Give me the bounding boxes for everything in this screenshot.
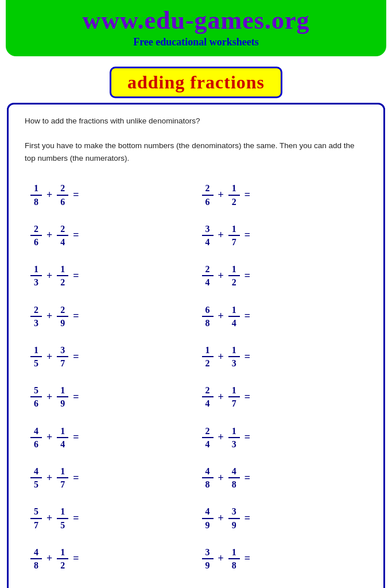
fraction-1: 1 2 bbox=[202, 345, 214, 369]
plus-sign: + bbox=[46, 229, 52, 241]
problem-9-0: 4 8 + 1 2 = bbox=[25, 539, 196, 579]
site-title: www.edu-games.org bbox=[17, 6, 375, 35]
fraction-2: 2 6 bbox=[57, 183, 68, 207]
equals-sign: = bbox=[244, 189, 250, 201]
problem-0-0: 1 8 + 2 6 = bbox=[25, 175, 196, 215]
fraction-1: 4 8 bbox=[30, 547, 42, 571]
fraction-1: 5 7 bbox=[30, 506, 42, 530]
equals-sign: = bbox=[73, 270, 79, 282]
fraction-2: 4 8 bbox=[228, 466, 240, 490]
problem-8-0: 5 7 + 1 5 = bbox=[25, 498, 196, 538]
fraction-1: 6 8 bbox=[202, 304, 214, 328]
fraction-2: 3 7 bbox=[57, 345, 68, 369]
worksheet-title: adding fractions bbox=[110, 67, 282, 98]
fraction-1: 4 6 bbox=[30, 425, 42, 450]
problem-6-1: 2 4 + 1 3 = bbox=[196, 417, 368, 458]
equals-sign: = bbox=[244, 310, 250, 322]
problem-5-0: 5 6 + 1 9 = bbox=[25, 377, 196, 417]
fraction-2: 1 9 bbox=[57, 385, 68, 409]
problem-6-0: 4 6 + 1 4 = bbox=[25, 417, 196, 458]
fraction-1: 1 3 bbox=[30, 264, 42, 288]
equals-sign: = bbox=[73, 512, 79, 524]
fraction-2: 1 3 bbox=[228, 345, 240, 369]
fraction-1: 3 4 bbox=[202, 223, 214, 247]
plus-sign: + bbox=[218, 229, 224, 241]
fraction-2: 1 7 bbox=[228, 385, 240, 409]
plus-sign: + bbox=[218, 391, 224, 403]
fraction-1: 3 9 bbox=[202, 547, 214, 571]
fraction-1: 4 9 bbox=[202, 506, 214, 530]
fraction-2: 1 4 bbox=[228, 304, 240, 328]
problems-grid: 1 8 + 2 6 = 2 6 + 1 2 = 2 6 bbox=[25, 175, 367, 579]
plus-sign: + bbox=[46, 270, 52, 282]
problem-1-0: 2 6 + 2 4 = bbox=[25, 215, 196, 256]
problem-4-1: 1 2 + 1 3 = bbox=[196, 336, 368, 377]
site-subtitle: Free educational worksheets bbox=[17, 36, 375, 48]
fraction-1: 2 6 bbox=[30, 223, 42, 247]
equals-sign: = bbox=[244, 512, 250, 524]
problem-3-1: 6 8 + 1 4 = bbox=[196, 296, 368, 336]
fraction-1: 2 4 bbox=[202, 425, 214, 450]
fraction-1: 2 4 bbox=[202, 264, 214, 288]
plus-sign: + bbox=[218, 552, 224, 564]
equals-sign: = bbox=[73, 351, 79, 363]
equals-sign: = bbox=[244, 391, 250, 403]
fraction-2: 1 2 bbox=[228, 264, 240, 288]
fraction-2: 1 2 bbox=[228, 183, 240, 207]
fraction-1: 1 8 bbox=[30, 183, 42, 207]
fraction-2: 2 4 bbox=[57, 223, 68, 247]
equals-sign: = bbox=[244, 431, 250, 443]
fraction-1: 2 6 bbox=[202, 183, 214, 207]
fraction-2: 1 8 bbox=[228, 547, 240, 571]
equals-sign: = bbox=[73, 472, 79, 484]
fraction-2: 1 7 bbox=[228, 223, 240, 247]
worksheet-area: How to add the fractions with unlike den… bbox=[7, 103, 385, 588]
instruction-line1: How to add the fractions with unlike den… bbox=[25, 115, 367, 127]
plus-sign: + bbox=[46, 512, 52, 524]
problem-2-1: 2 4 + 1 2 = bbox=[196, 256, 368, 296]
plus-sign: + bbox=[218, 310, 224, 322]
fraction-2: 1 5 bbox=[57, 506, 68, 530]
plus-sign: + bbox=[218, 270, 224, 282]
fraction-1: 2 4 bbox=[202, 385, 214, 409]
problem-7-1: 4 8 + 4 8 = bbox=[196, 458, 368, 498]
equals-sign: = bbox=[73, 552, 79, 564]
problem-0-1: 2 6 + 1 2 = bbox=[196, 175, 368, 215]
plus-sign: + bbox=[46, 391, 52, 403]
problem-1-1: 3 4 + 1 7 = bbox=[196, 215, 368, 256]
fraction-2: 1 3 bbox=[228, 425, 240, 450]
fraction-2: 3 9 bbox=[228, 506, 240, 530]
title-badge-wrapper: adding fractions bbox=[0, 67, 392, 98]
equals-sign: = bbox=[73, 229, 79, 241]
problem-2-0: 1 3 + 1 2 = bbox=[25, 256, 196, 296]
plus-sign: + bbox=[218, 189, 224, 201]
fraction-2: 1 4 bbox=[57, 425, 68, 450]
problem-9-1: 3 9 + 1 8 = bbox=[196, 539, 368, 579]
plus-sign: + bbox=[218, 472, 224, 484]
fraction-2: 1 7 bbox=[57, 466, 68, 490]
fraction-1: 5 6 bbox=[30, 385, 42, 409]
equals-sign: = bbox=[73, 431, 79, 443]
equals-sign: = bbox=[73, 310, 79, 322]
site-header: www.edu-games.org Free educational works… bbox=[6, 0, 386, 56]
plus-sign: + bbox=[46, 552, 52, 564]
plus-sign: + bbox=[46, 189, 52, 201]
problem-3-0: 2 3 + 2 9 = bbox=[25, 296, 196, 336]
fraction-2: 2 9 bbox=[57, 304, 68, 328]
fraction-1: 4 8 bbox=[202, 466, 214, 490]
fraction-2: 1 2 bbox=[57, 264, 68, 288]
plus-sign: + bbox=[218, 431, 224, 443]
problem-4-0: 1 5 + 3 7 = bbox=[25, 336, 196, 377]
problem-7-0: 4 5 + 1 7 = bbox=[25, 458, 196, 498]
equals-sign: = bbox=[73, 391, 79, 403]
plus-sign: + bbox=[218, 351, 224, 363]
instruction-line2: First you have to make the bottom number… bbox=[25, 140, 367, 164]
plus-sign: + bbox=[46, 310, 52, 322]
plus-sign: + bbox=[46, 351, 52, 363]
equals-sign: = bbox=[244, 351, 250, 363]
instructions: How to add the fractions with unlike den… bbox=[25, 115, 367, 164]
equals-sign: = bbox=[244, 270, 250, 282]
fraction-1: 1 5 bbox=[30, 345, 42, 369]
plus-sign: + bbox=[218, 512, 224, 524]
equals-sign: = bbox=[244, 229, 250, 241]
